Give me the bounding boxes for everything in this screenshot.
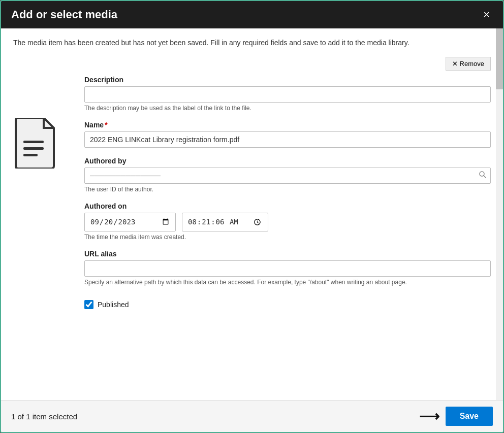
- authored-on-time-input[interactable]: [182, 213, 268, 231]
- authored-on-date-input[interactable]: [84, 213, 176, 231]
- svg-line-4: [484, 176, 486, 178]
- url-alias-hint: Specify an alternative path by which thi…: [84, 279, 491, 286]
- description-hint: The description may be used as the label…: [84, 105, 491, 112]
- modal-body: The media item has been created but has …: [1, 28, 503, 400]
- authored-on-group: Authored on The time the media item was …: [84, 202, 491, 241]
- file-icon-area: [13, 118, 69, 171]
- modal-title: Add or select media: [11, 8, 117, 21]
- arrow-icon: ⟶: [419, 408, 439, 425]
- date-time-row: [84, 213, 491, 231]
- name-input[interactable]: [84, 131, 491, 148]
- svg-rect-0: [23, 141, 44, 143]
- published-row: Published: [84, 300, 491, 309]
- svg-rect-2: [23, 154, 38, 156]
- published-label: Published: [98, 301, 129, 309]
- authored-by-input[interactable]: [84, 168, 491, 184]
- name-label: Name*: [84, 121, 491, 129]
- description-label: Description: [84, 76, 491, 84]
- search-icon: [479, 171, 487, 179]
- svg-rect-1: [23, 147, 44, 150]
- name-group: Name*: [84, 121, 491, 148]
- authored-on-label: Authored on: [84, 202, 491, 210]
- footer-right: ⟶ Save: [419, 407, 493, 426]
- modal-header: Add or select media ×: [1, 1, 503, 28]
- remove-button[interactable]: ✕ Remove: [446, 57, 491, 71]
- url-alias-group: URL alias Specify an alternative path by…: [84, 250, 491, 286]
- scrollbar-track[interactable]: [496, 28, 503, 400]
- file-document-icon: [13, 118, 59, 169]
- authored-by-wrapper: [84, 168, 491, 184]
- remove-btn-row: ✕ Remove: [84, 57, 491, 71]
- content-area: ✕ Remove Description The description may…: [13, 57, 491, 309]
- authored-by-search-button[interactable]: [479, 171, 487, 181]
- notice-text: The media item has been created but has …: [13, 39, 491, 47]
- footer-status: 1 of 1 item selected: [11, 412, 77, 421]
- authored-by-label: Authored by: [84, 157, 491, 165]
- authored-by-group: Authored by The user ID of the author.: [84, 157, 491, 193]
- close-button[interactable]: ×: [480, 8, 493, 21]
- description-group: Description The description may be used …: [84, 76, 491, 112]
- authored-by-hint: The user ID of the author.: [84, 186, 491, 193]
- scrollbar-thumb[interactable]: [496, 28, 503, 89]
- modal-footer: 1 of 1 item selected ⟶ Save: [1, 400, 503, 432]
- description-input[interactable]: [84, 86, 491, 103]
- url-alias-input[interactable]: [84, 260, 491, 277]
- save-button[interactable]: Save: [446, 407, 493, 426]
- published-checkbox[interactable]: [84, 300, 93, 309]
- modal: Add or select media × The media item has…: [0, 0, 504, 433]
- url-alias-label: URL alias: [84, 250, 491, 258]
- form-area: ✕ Remove Description The description may…: [84, 57, 491, 309]
- authored-on-hint: The time the media item was created.: [84, 234, 491, 241]
